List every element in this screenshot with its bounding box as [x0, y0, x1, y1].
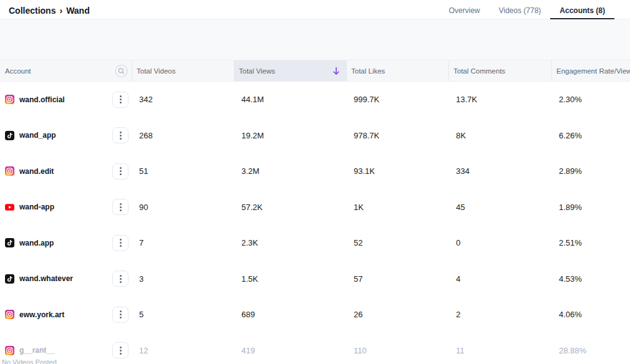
- breadcrumb-separator-icon: ›: [59, 6, 62, 16]
- total-comments-value: 11: [448, 333, 551, 364]
- column-header-total-comments[interactable]: Total Comments: [448, 60, 551, 81]
- total-comments-value: 2: [448, 297, 551, 333]
- breadcrumb-current-wand: Wand: [66, 6, 90, 16]
- total-likes-value: 52: [346, 225, 448, 261]
- account-name: wand.official: [19, 95, 65, 104]
- table-row[interactable]: wand.app 7 2.3K 52 0 2.51%: [0, 225, 630, 261]
- breadcrumb: Collections › Wand: [9, 0, 90, 19]
- table-row[interactable]: wand.edit 51 3.2M 93.1K 334 2.89%: [0, 153, 630, 189]
- column-header-total-views[interactable]: Total Views: [234, 60, 346, 81]
- row-menu-button[interactable]: [112, 199, 128, 215]
- youtube-icon: [5, 203, 14, 212]
- total-comments-value: 13.7K: [448, 82, 551, 118]
- total-videos-value: 12: [132, 333, 234, 364]
- engagement-rate-value: 4.53%: [551, 261, 630, 297]
- total-likes-value: 57: [346, 261, 448, 297]
- engagement-rate-value: 1.89%: [551, 189, 630, 226]
- tiktok-icon: [5, 131, 14, 140]
- total-comments-value: 334: [448, 153, 551, 189]
- account-name: wand-app: [19, 203, 54, 211]
- table-row[interactable]: eww.york.art 5 689 26 2 4.06%: [0, 297, 630, 333]
- total-likes-value: 110: [346, 333, 448, 364]
- engagement-rate-value: 6.26%: [551, 118, 630, 154]
- total-views-value: 3.2M: [234, 153, 346, 189]
- tiktok-icon: [5, 238, 14, 247]
- total-views-value: 689: [234, 297, 346, 333]
- table-row[interactable]: wand.official 342 44.1M 999.7K 13.7K 2.3…: [0, 82, 630, 118]
- total-likes-value: 1K: [346, 189, 448, 226]
- total-videos-value: 51: [132, 153, 234, 189]
- engagement-rate-value: 28.88%: [551, 333, 630, 364]
- sort-descending-icon: [332, 67, 340, 75]
- account-cell: wand-app: [0, 189, 132, 226]
- column-header-account[interactable]: Account: [0, 60, 132, 81]
- total-likes-value: 93.1K: [346, 153, 448, 189]
- column-label-total-comments: Total Comments: [453, 67, 505, 75]
- kebab-icon: [120, 98, 122, 100]
- top-bar: Collections › Wand Overview Videos (778)…: [0, 0, 630, 19]
- column-header-engagement-rate[interactable]: Engagement Rate/View: [551, 60, 630, 81]
- row-menu-button[interactable]: [112, 307, 128, 323]
- table-row[interactable]: wand.whatever 3 1.5K 57 4 4.53%: [0, 261, 630, 297]
- table-row[interactable]: wand-app 90 57.2K 1K 45 1.89%: [0, 189, 630, 226]
- total-views-value: 44.1M: [234, 82, 346, 118]
- kebab-icon: [120, 350, 122, 352]
- account-cell: wand.official: [0, 82, 132, 118]
- kebab-icon: [120, 206, 122, 208]
- total-videos-value: 342: [132, 82, 234, 118]
- column-label-total-views: Total Views: [239, 67, 275, 75]
- instagram-icon: [5, 346, 14, 355]
- row-menu-button[interactable]: [112, 92, 128, 108]
- kebab-icon: [120, 314, 122, 315]
- table-row[interactable]: g__rant__ No Videos Posted 12 419 110 11…: [0, 333, 630, 364]
- account-cell: g__rant__ No Videos Posted: [0, 333, 132, 364]
- account-cell: wand.edit: [0, 153, 132, 189]
- search-icon[interactable]: [115, 64, 128, 77]
- tab-bar: Overview Videos (778) Accounts (8): [447, 0, 606, 19]
- total-views-value: 1.5K: [234, 261, 346, 297]
- tab-accounts[interactable]: Accounts (8): [558, 0, 606, 19]
- account-name: eww.york.art: [19, 310, 64, 319]
- row-menu-button[interactable]: [112, 271, 128, 287]
- row-menu-button[interactable]: [112, 342, 128, 358]
- breadcrumb-collections[interactable]: Collections: [9, 6, 56, 16]
- column-header-total-videos[interactable]: Total Videos: [132, 60, 234, 81]
- table-row[interactable]: wand_app 268 19.2M 978.7K 8K 6.26%: [0, 118, 630, 154]
- kebab-icon: [120, 135, 122, 136]
- row-menu-button[interactable]: [112, 163, 128, 180]
- account-name: wand_app: [19, 131, 56, 140]
- total-comments-value: 8K: [448, 118, 551, 154]
- total-likes-value: 26: [346, 297, 448, 333]
- total-videos-value: 3: [132, 261, 234, 297]
- column-label-total-videos: Total Videos: [137, 67, 175, 75]
- engagement-rate-value: 4.06%: [551, 297, 630, 333]
- tab-overview[interactable]: Overview: [447, 0, 481, 19]
- kebab-icon: [120, 170, 122, 172]
- column-label-total-likes: Total Likes: [351, 67, 385, 75]
- total-likes-value: 999.7K: [346, 82, 448, 118]
- column-label-account: Account: [5, 67, 31, 75]
- tab-videos[interactable]: Videos (778): [497, 0, 542, 19]
- account-cell: wand.whatever: [0, 261, 132, 297]
- toolbar-spacer: [0, 19, 630, 60]
- kebab-icon: [120, 278, 122, 280]
- table-body: wand.official 342 44.1M 999.7K 13.7K 2.3…: [0, 82, 630, 364]
- total-videos-value: 5: [132, 297, 234, 333]
- row-menu-button[interactable]: [112, 127, 128, 143]
- row-menu-button[interactable]: [112, 235, 128, 251]
- table-header-row: Account Total Videos Total Views Total L…: [0, 60, 630, 82]
- account-cell: eww.york.art: [0, 297, 132, 333]
- instagram-icon: [5, 166, 14, 176]
- account-cell: wand.app: [0, 225, 132, 261]
- total-comments-value: 4: [448, 261, 551, 297]
- engagement-rate-value: 2.89%: [551, 153, 630, 189]
- account-subtitle: No Videos Posted: [2, 358, 57, 364]
- instagram-icon: [5, 95, 14, 104]
- total-videos-value: 268: [132, 118, 234, 154]
- column-header-total-likes[interactable]: Total Likes: [346, 60, 448, 81]
- account-name: wand.app: [19, 239, 54, 247]
- account-name: wand.whatever: [19, 274, 73, 283]
- total-videos-value: 7: [132, 225, 234, 261]
- column-label-engagement-rate: Engagement Rate/View: [556, 67, 630, 75]
- engagement-rate-value: 2.30%: [551, 82, 630, 118]
